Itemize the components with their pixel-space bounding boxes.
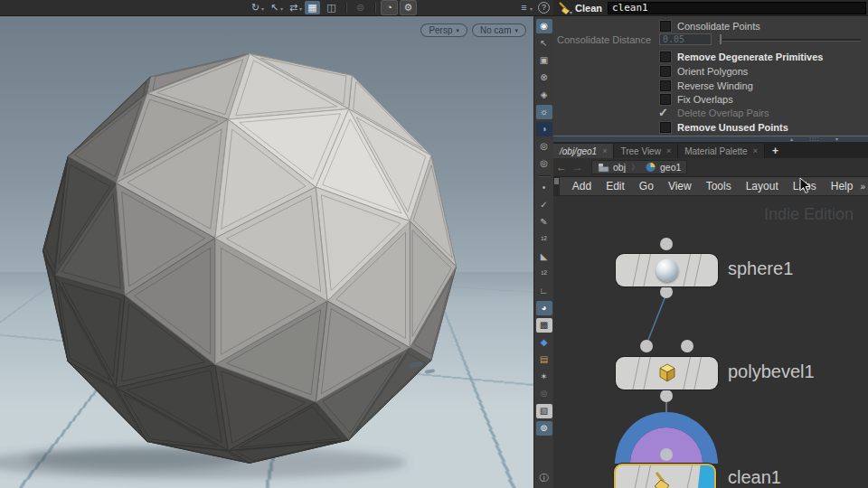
menu-item-go[interactable]: Go	[632, 180, 661, 192]
close-icon[interactable]: ×	[602, 146, 607, 155]
display-flag[interactable]	[694, 465, 714, 488]
clean1-input-dot[interactable]	[660, 448, 673, 461]
marquee-select-icon[interactable]: ◫	[324, 1, 339, 14]
location-marker-icon[interactable]: ⊚	[536, 421, 552, 436]
info-icon[interactable]: ⓘ	[536, 471, 552, 485]
axis-gizmo-icon[interactable]: ◆	[536, 335, 552, 350]
reverse-winding-checkbox[interactable]	[660, 80, 671, 91]
move-tool-icon[interactable]: ⇄▾	[286, 1, 301, 14]
lock-camera-icon[interactable]: ▣	[536, 53, 552, 68]
remove-degenerate-checkbox[interactable]	[660, 52, 671, 62]
pane-divider[interactable]: ▴ ⁚⁚⁚⁚ ▾	[553, 136, 868, 143]
orbit-tool-icon[interactable]: ↻▾	[248, 1, 263, 14]
breadcrumb-geo1[interactable]: geo1	[660, 162, 681, 173]
polybevel-node-icon	[656, 361, 679, 385]
scene-viewport[interactable]: Persp ▾ No cam ▾	[0, 16, 533, 488]
select-objects-icon[interactable]: ↖	[536, 36, 552, 51]
node-label-clean1: clean1	[728, 467, 781, 488]
node-clean1[interactable]	[614, 464, 716, 488]
sphere1-output-dot[interactable]	[660, 286, 673, 298]
fan-axes-icon[interactable]: ✶	[536, 370, 552, 384]
consolidate-distance-slider[interactable]	[718, 39, 861, 41]
display-points-icon[interactable]: •	[536, 181, 552, 195]
param-label: Delete Overlap Pairs	[677, 108, 769, 118]
display-handles-icon[interactable]: ◈	[536, 88, 552, 102]
show-handles-icon[interactable]: ⊗	[536, 70, 552, 85]
menu-item-edit[interactable]: Edit	[599, 180, 632, 192]
chevron-down-icon: ▾	[280, 3, 283, 16]
display-corner-icon[interactable]: ∟	[536, 284, 552, 298]
param-label: Fix Overlaps	[677, 94, 733, 105]
mouse-cursor	[799, 177, 812, 195]
sphere1-input-dot[interactable]	[660, 238, 673, 250]
menu-item-add[interactable]: Add	[565, 180, 599, 192]
camera-select-button[interactable]: No cam ▾	[472, 23, 526, 37]
chevron-down-icon: ▾	[457, 27, 460, 34]
remove-unused-checkbox[interactable]	[660, 122, 671, 133]
node-name-input[interactable]: clean1	[608, 2, 866, 14]
simulation-icon[interactable]: ◔	[382, 1, 397, 14]
divider-up-icon[interactable]: ▴	[790, 136, 793, 143]
orient-polygons-checkbox[interactable]	[660, 66, 671, 77]
desktop-layout-icon[interactable]: ≡▾	[516, 1, 532, 14]
menu-item-view[interactable]: View	[661, 180, 699, 192]
menu-item-tools[interactable]: Tools	[699, 180, 739, 192]
checkmark-icon[interactable]: ✓	[658, 106, 668, 119]
consolidate-points-checkbox[interactable]	[660, 21, 671, 32]
settings-gear-icon[interactable]: ⚙	[401, 1, 416, 14]
view-tool-icon[interactable]: ◉	[536, 19, 552, 33]
consolidate-distance-field[interactable]: 0.05	[659, 33, 712, 45]
perspective-label: Persp	[429, 25, 452, 35]
render-disabled-icon[interactable]: ⊜	[353, 1, 368, 14]
param-row-remove-unused-points: Remove Unused Points	[553, 121, 868, 134]
isolate-selection-icon[interactable]: ◎	[536, 156, 552, 171]
perspective-view-button[interactable]: Persp ▾	[420, 23, 467, 37]
divider-down-icon[interactable]: ▾	[835, 136, 838, 143]
point-numbers-icon[interactable]: ¹²	[536, 232, 552, 247]
pane-tab-bar: /obj/geo1×Tree View×Material Palette×+	[553, 143, 868, 158]
point-markers-icon[interactable]: ✓	[536, 198, 552, 212]
help-icon[interactable]: ?	[538, 2, 550, 14]
polybevel1-output-dot[interactable]	[660, 389, 673, 402]
snapping-icon[interactable]: ◑	[536, 122, 552, 136]
chevron-down-icon[interactable]: ▾	[570, 9, 572, 15]
new-tab-button[interactable]: +	[765, 144, 786, 158]
pane-tab-tree-view[interactable]: Tree View×	[614, 144, 678, 158]
pane-tab--obj-geo1[interactable]: /obj/geo1×	[553, 144, 614, 158]
folder-icon	[598, 163, 609, 173]
select-tool-icon[interactable]: ↖▾	[267, 1, 282, 14]
close-icon[interactable]: ×	[666, 146, 671, 155]
background-checker-icon[interactable]: ▩	[536, 318, 552, 333]
bundle-icon[interactable]: ▤	[536, 352, 552, 367]
visualizer-disabled-icon[interactable]: ⊜	[536, 387, 552, 401]
lighting-icon[interactable]: ☼	[536, 105, 552, 119]
node-type-label: Clean	[575, 3, 602, 14]
back-button[interactable]: ←	[556, 161, 567, 174]
menu-item-layout[interactable]: Layout	[739, 180, 786, 192]
prim-markers-icon[interactable]: ◣	[536, 249, 552, 264]
slider-handle[interactable]	[719, 33, 722, 45]
point-normals-icon[interactable]: ✎	[536, 215, 552, 230]
menu-overflow-icon[interactable]: »	[860, 182, 865, 192]
prim-numbers-icon[interactable]: ¹²	[536, 267, 552, 281]
node-sphere1[interactable]	[616, 254, 718, 286]
breadcrumb-obj[interactable]: obj	[613, 162, 626, 173]
pane-tab-material-palette[interactable]: Material Palette×	[678, 144, 765, 158]
polybevel1-input-dot[interactable]	[640, 340, 653, 352]
snap-options-icon[interactable]: ▦	[305, 1, 320, 14]
param-label: Reverse Winding	[677, 80, 753, 91]
menu-item-help[interactable]: Help	[824, 180, 861, 192]
visibility-icon[interactable]: ◎	[536, 139, 552, 154]
shaded-mode-icon[interactable]: ◕	[536, 301, 552, 315]
forward-button[interactable]: →	[572, 161, 583, 174]
divider-grip[interactable]: ⁚⁚⁚⁚	[809, 136, 820, 143]
close-icon[interactable]: ×	[753, 146, 758, 155]
fix-overlaps-checkbox[interactable]	[660, 94, 671, 105]
network-editor[interactable]: Indie Edition sphere1	[553, 196, 868, 488]
pane-grip[interactable]	[553, 177, 560, 196]
node-polybevel1[interactable]	[616, 357, 718, 389]
network-wires	[553, 196, 868, 488]
polybevel1-input2-dot[interactable]	[681, 340, 693, 352]
snapshot-icon[interactable]: ▧	[536, 404, 552, 418]
chevron-down-icon: ▾	[514, 27, 518, 34]
